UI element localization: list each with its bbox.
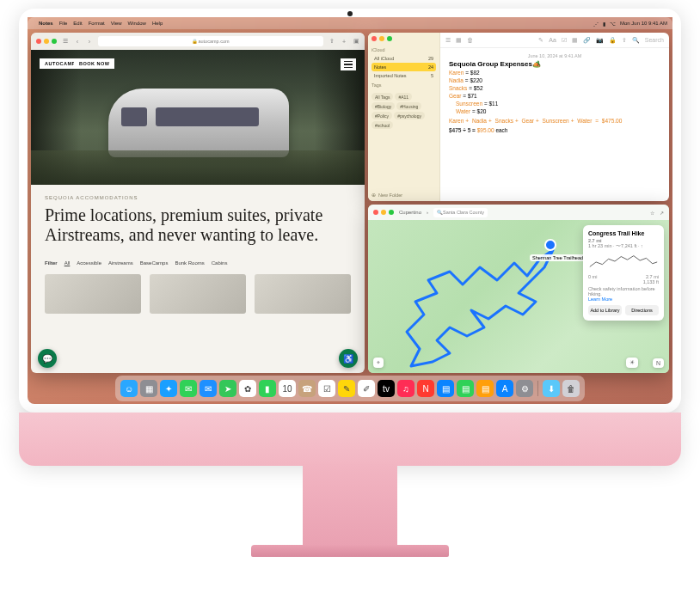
battery-icon[interactable]: ▮	[603, 21, 605, 27]
dock-icon-pages[interactable]: ▤	[476, 380, 494, 397]
url-field[interactable]: 🔒 autocamp.com	[98, 36, 323, 46]
dock-icon-maps[interactable]: ➤	[219, 380, 236, 397]
sidebar-item-all-icloud[interactable]: All iCloud 29	[371, 54, 436, 63]
map-pin-label[interactable]: Sherman Tree Trailhead	[530, 254, 586, 261]
dock-icon-mail[interactable]: ✉	[200, 380, 217, 397]
map-pin-icon[interactable]	[544, 239, 556, 251]
menubar-item[interactable]: Window	[128, 21, 146, 26]
book-now-button[interactable]: BOOK NOW	[74, 58, 114, 69]
dock-icon-launchpad[interactable]: ▦	[140, 380, 157, 397]
media-icon[interactable]: 📷	[596, 37, 604, 44]
zoom-button[interactable]	[52, 39, 57, 44]
menubar-item[interactable]: Help	[152, 21, 163, 26]
control-center-icon[interactable]: ⌥	[610, 21, 616, 27]
note-body[interactable]: June 10, 2024 at 9:41 AM Sequoia Group E…	[440, 48, 669, 138]
dock-icon-trash[interactable]: 🗑	[562, 380, 580, 397]
listing-card[interactable]	[150, 274, 246, 314]
dock-icon-freeform[interactable]: ✐	[358, 380, 375, 397]
bookmark-icon[interactable]: ☆	[650, 210, 654, 216]
dock-icon-messages[interactable]: ✉	[180, 380, 197, 397]
close-button[interactable]	[373, 210, 378, 215]
menubar-item[interactable]: File	[59, 21, 68, 26]
add-to-library-button[interactable]: Add to Library	[588, 305, 622, 315]
filter-tab[interactable]: BaseCamps	[140, 260, 169, 266]
back-icon[interactable]: ‹	[74, 38, 81, 45]
menubar-datetime[interactable]: Mon Jun 10 9:41 AM	[620, 21, 667, 26]
filter-tab[interactable]: Accessible	[77, 260, 101, 266]
compass-icon[interactable]: N	[653, 358, 664, 368]
zoom-button[interactable]	[387, 36, 392, 41]
format-icon[interactable]: Aa	[549, 37, 556, 43]
filter-tab[interactable]: Bunk Rooms	[175, 260, 204, 266]
delete-note-icon[interactable]: 🗑	[467, 37, 473, 43]
table-icon[interactable]: ▦	[572, 37, 578, 44]
map-canvas[interactable]: Sherman Tree Trailhead Congress Trail Hi…	[368, 220, 669, 373]
filter-tab[interactable]: Airstreams	[108, 260, 133, 266]
dock-icon-news[interactable]: N	[417, 380, 434, 397]
list-view-icon[interactable]: ☰	[445, 37, 451, 44]
zoom-button[interactable]	[389, 210, 394, 215]
current-location-label[interactable]: Cupertino	[399, 210, 421, 215]
dock-icon-photos[interactable]: ✿	[239, 380, 256, 397]
lock-icon[interactable]: 🔒	[609, 37, 617, 44]
sidebar-item-notes[interactable]: Notes 24	[371, 63, 436, 71]
tag-chip[interactable]: #Biology	[371, 102, 395, 110]
tag-chip[interactable]: All Tags	[371, 93, 393, 101]
dock-icon-appstore[interactable]: A	[496, 380, 513, 397]
hamburger-menu-icon[interactable]	[341, 58, 356, 70]
accessibility-fab-icon[interactable]: ♿	[339, 349, 358, 368]
sidebar-item-imported[interactable]: Imported Notes 5	[371, 71, 436, 80]
dock-icon-tv[interactable]: tv	[378, 380, 395, 397]
dock-icon-downloads[interactable]: ⬇	[543, 380, 560, 397]
chat-fab-icon[interactable]: 💬	[38, 349, 57, 368]
dock-icon-facetime[interactable]: ▮	[259, 380, 276, 397]
listing-card[interactable]	[45, 274, 141, 314]
dock-icon-music[interactable]: ♫	[397, 380, 414, 397]
sidebar-toggle-icon[interactable]: ☰	[62, 38, 69, 45]
menubar-item[interactable]: Edit	[73, 21, 82, 26]
map-mode-toggle[interactable]: ☀	[626, 358, 638, 368]
search-field-placeholder[interactable]: Search	[645, 37, 664, 43]
link-icon[interactable]: 🔗	[583, 37, 591, 44]
menubar-app-name[interactable]: Notes	[39, 21, 53, 26]
directions-button[interactable]: Directions	[625, 305, 659, 315]
tag-chip[interactable]: #A11	[395, 93, 412, 101]
listing-card[interactable]	[255, 274, 351, 314]
compose-icon[interactable]: ✎	[538, 37, 543, 44]
tag-chip[interactable]: #Policy	[371, 112, 392, 119]
new-folder-button[interactable]: ⊕ New Folder	[371, 193, 436, 198]
dock-icon-numbers[interactable]: ▤	[457, 380, 474, 397]
close-button[interactable]	[36, 39, 41, 44]
dock-icon-reminders[interactable]: ☑	[318, 380, 335, 397]
tag-chip[interactable]: #psychology	[394, 112, 425, 119]
maps-search-field[interactable]: 🔍 Santa Clara County	[433, 208, 488, 217]
close-button[interactable]	[371, 36, 377, 41]
learn-more-link[interactable]: Learn More	[588, 296, 659, 302]
filter-tab[interactable]: All	[64, 260, 71, 266]
menubar-item[interactable]: View	[111, 21, 122, 26]
menubar-item[interactable]: Format	[89, 21, 105, 26]
forward-icon[interactable]: ›	[86, 38, 93, 45]
tabs-icon[interactable]: ▣	[353, 38, 359, 45]
share-icon[interactable]: ⇪	[329, 38, 335, 45]
locate-me-icon[interactable]: ⌖	[373, 358, 384, 368]
new-tab-icon[interactable]: +	[341, 38, 347, 45]
filter-tab[interactable]: Cabins	[212, 260, 228, 266]
dock-icon-keynote[interactable]: ▤	[437, 380, 454, 397]
grid-view-icon[interactable]: ▦	[456, 37, 462, 44]
dock-icon-contacts[interactable]: ☎	[298, 380, 316, 397]
minimize-button[interactable]	[379, 36, 384, 41]
dock-icon-calendar[interactable]: 10	[279, 380, 296, 397]
tag-chip[interactable]: #school	[371, 121, 393, 129]
minimize-button[interactable]	[44, 39, 49, 44]
dock-icon-settings[interactable]: ⚙	[516, 380, 533, 397]
checklist-icon[interactable]: ☑	[562, 37, 567, 44]
search-icon[interactable]: 🔍	[632, 37, 640, 44]
dock-icon-finder[interactable]: ☺	[120, 380, 138, 397]
route-icon[interactable]: ↗	[660, 210, 664, 216]
share-icon[interactable]: ⇪	[622, 37, 627, 44]
minimize-button[interactable]	[381, 210, 386, 215]
tag-chip[interactable]: #Housing	[396, 102, 421, 110]
dock-icon-notes[interactable]: ✎	[338, 380, 355, 397]
dock-icon-safari[interactable]: ✦	[160, 380, 177, 397]
